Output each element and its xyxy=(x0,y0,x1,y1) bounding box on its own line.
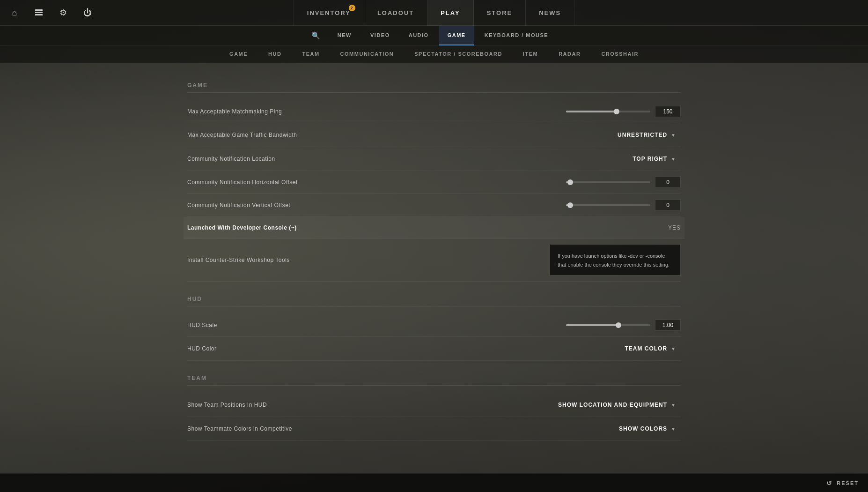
notification-location-label: Community Notification Location xyxy=(187,156,275,162)
hud-scale-label: HUD Scale xyxy=(187,322,217,328)
reset-icon: ↺ xyxy=(826,479,833,487)
section-team-divider xyxy=(187,385,681,386)
teammate-colors-dropdown[interactable]: SHOW COLORS ▼ xyxy=(614,423,681,435)
tab-game[interactable]: GAME xyxy=(439,26,474,45)
home-icon[interactable]: ⌂ xyxy=(7,5,22,20)
notification-v-offset-slider[interactable] xyxy=(566,204,650,206)
subnav-game[interactable]: GAME xyxy=(219,45,258,63)
setting-hud-scale: HUD Scale 1.00 xyxy=(187,314,681,337)
matchmaking-ping-value[interactable]: 150 xyxy=(655,106,681,117)
subnav-hud[interactable]: HUD xyxy=(258,45,292,63)
subnav-communication[interactable]: COMMUNICATION xyxy=(330,45,405,63)
reset-label: RESET xyxy=(837,480,859,486)
teammate-colors-control: SHOW COLORS ▼ xyxy=(614,423,681,435)
section-hud-divider xyxy=(187,306,681,306)
teammate-colors-label: Show Teammate Colors in Competitive xyxy=(187,425,292,432)
developer-console-value-container: YES xyxy=(668,224,681,231)
notification-h-offset-slider[interactable] xyxy=(566,181,650,183)
power-icon[interactable]: ⏻ xyxy=(80,5,95,20)
top-navigation: ⌂ ⚙ ⏻ INVENTORY 2 LOADOUT PLAY STORE NEW… xyxy=(0,0,868,26)
sub-navigation: GAME HUD TEAM COMMUNICATION SPECTATOR / … xyxy=(0,45,868,63)
notification-h-offset-label: Community Notification Horizontal Offset xyxy=(187,179,298,186)
setting-workshop-tools: Install Counter-Strike Workshop Tools If… xyxy=(187,239,681,282)
hud-scale-control: 1.00 xyxy=(566,320,681,331)
hud-color-dropdown[interactable]: TEAM COLOR ▼ xyxy=(620,343,681,355)
subnav-team[interactable]: TEAM xyxy=(292,45,330,63)
notification-location-dropdown[interactable]: TOP RIGHT ▼ xyxy=(628,153,681,165)
traffic-bandwidth-label: Max Acceptable Game Traffic Bandwidth xyxy=(187,132,297,138)
notification-h-offset-value[interactable]: 0 xyxy=(655,177,681,188)
hud-color-control: TEAM COLOR ▼ xyxy=(620,343,681,355)
developer-console-label: Launched With Developer Console (~) xyxy=(187,224,297,231)
setting-notification-location: Community Notification Location TOP RIGH… xyxy=(187,147,681,171)
setting-matchmaking-ping: Max Acceptable Matchmaking Ping 150 xyxy=(187,100,681,123)
svg-rect-2 xyxy=(35,14,43,15)
notification-v-offset-label: Community Notification Vertical Offset xyxy=(187,202,290,209)
chevron-down-icon-2: ▼ xyxy=(671,157,676,162)
nav-loadout[interactable]: LOADOUT xyxy=(364,0,427,26)
matchmaking-ping-label: Max Acceptable Matchmaking Ping xyxy=(187,108,282,115)
inventory-icon[interactable] xyxy=(31,5,46,20)
nav-icons-left: ⌂ ⚙ ⏻ xyxy=(7,5,95,20)
inventory-badge: 2 xyxy=(349,5,355,11)
subnav-radar[interactable]: RADAR xyxy=(548,45,591,63)
matchmaking-ping-control: 150 xyxy=(566,106,681,117)
hud-scale-slider[interactable] xyxy=(566,324,650,326)
notification-v-offset-value[interactable]: 0 xyxy=(655,200,681,211)
reset-button[interactable]: ↺ RESET xyxy=(826,479,859,487)
hud-color-label: HUD Color xyxy=(187,345,217,352)
setting-notification-v-offset: Community Notification Vertical Offset 0 xyxy=(187,194,681,217)
settings-search-icon[interactable]: 🔍 xyxy=(311,31,320,40)
chevron-down-icon-4: ▼ xyxy=(671,403,676,408)
traffic-bandwidth-control: UNRESTRICTED ▼ xyxy=(613,129,681,141)
notification-location-control: TOP RIGHT ▼ xyxy=(628,153,681,165)
developer-console-value: YES xyxy=(668,224,681,231)
setting-developer-console: Launched With Developer Console (~) YES xyxy=(184,217,684,239)
chevron-down-icon-3: ▼ xyxy=(671,346,676,351)
traffic-bandwidth-dropdown[interactable]: UNRESTRICTED ▼ xyxy=(613,129,681,141)
tab-keyboard-mouse[interactable]: KEYBOARD / MOUSE xyxy=(476,26,557,45)
setting-hud-color: HUD Color TEAM COLOR ▼ xyxy=(187,337,681,361)
chevron-down-icon-5: ▼ xyxy=(671,426,676,432)
setting-traffic-bandwidth: Max Acceptable Game Traffic Bandwidth UN… xyxy=(187,123,681,147)
nav-inventory[interactable]: INVENTORY 2 xyxy=(294,0,364,26)
tooltip-text: If you have launch options like -dev or … xyxy=(558,253,669,268)
chevron-down-icon: ▼ xyxy=(671,133,676,138)
bottom-bar: ↺ RESET xyxy=(0,473,868,492)
section-game-divider xyxy=(187,92,681,93)
subnav-spectator-scoreboard[interactable]: SPECTATOR / SCOREBOARD xyxy=(404,45,513,63)
subnav-item[interactable]: ITEM xyxy=(513,45,548,63)
notification-v-offset-control: 0 xyxy=(566,200,681,211)
settings-icon[interactable]: ⚙ xyxy=(56,5,71,20)
nav-store[interactable]: STORE xyxy=(474,0,526,26)
subnav-crosshair[interactable]: CROSSHAIR xyxy=(591,45,649,63)
settings-content: Game Max Acceptable Matchmaking Ping 150… xyxy=(0,63,868,473)
team-positions-hud-label: Show Team Positions In HUD xyxy=(187,402,267,408)
notification-h-offset-control: 0 xyxy=(566,177,681,188)
tab-new[interactable]: NEW xyxy=(329,26,360,45)
setting-teammate-colors: Show Teammate Colors in Competitive SHOW… xyxy=(187,417,681,441)
team-positions-hud-control: SHOW LOCATION AND EQUIPMENT ▼ xyxy=(553,399,681,411)
workshop-tools-tooltip: If you have launch options like -dev or … xyxy=(550,244,681,276)
section-hud-label: Hud xyxy=(187,296,681,302)
matchmaking-ping-slider[interactable] xyxy=(566,111,650,112)
tab-audio[interactable]: AUDIO xyxy=(400,26,437,45)
setting-team-positions-hud: Show Team Positions In HUD SHOW LOCATION… xyxy=(187,393,681,417)
svg-rect-1 xyxy=(35,12,43,13)
team-positions-hud-dropdown[interactable]: SHOW LOCATION AND EQUIPMENT ▼ xyxy=(553,399,681,411)
settings-tabs-bar: 🔍 NEW VIDEO AUDIO GAME KEYBOARD / MOUSE xyxy=(0,26,868,45)
section-team-label: Team xyxy=(187,375,681,381)
workshop-tools-label: Install Counter-Strike Workshop Tools xyxy=(187,257,290,263)
hud-scale-value[interactable]: 1.00 xyxy=(655,320,681,331)
setting-notification-h-offset: Community Notification Horizontal Offset… xyxy=(187,171,681,194)
nav-play[interactable]: PLAY xyxy=(427,0,473,26)
main-nav: INVENTORY 2 LOADOUT PLAY STORE NEWS xyxy=(294,0,574,26)
tab-video[interactable]: VIDEO xyxy=(362,26,398,45)
nav-news[interactable]: NEWS xyxy=(526,0,574,26)
section-game-label: Game xyxy=(187,82,681,89)
svg-rect-0 xyxy=(35,9,43,11)
